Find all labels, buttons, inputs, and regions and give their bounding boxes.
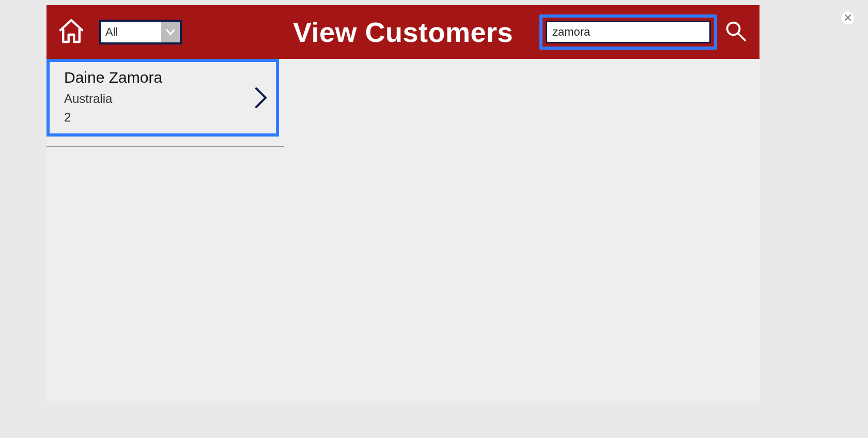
page-title: View Customers xyxy=(293,16,513,48)
customer-card-text: Daine Zamora Australia 2 xyxy=(64,69,162,127)
app-frame: All View Customers xyxy=(47,5,760,403)
filter-select[interactable]: All xyxy=(99,20,182,44)
customer-country: Australia xyxy=(64,89,162,108)
search-button[interactable] xyxy=(721,18,750,47)
chevron-down-icon xyxy=(161,22,180,42)
chevron-right-icon xyxy=(253,86,269,109)
customer-count: 2 xyxy=(64,108,162,127)
customer-result-card[interactable]: Daine Zamora Australia 2 xyxy=(47,59,279,137)
home-icon xyxy=(57,17,86,48)
svg-line-1 xyxy=(738,34,746,41)
search-area xyxy=(539,14,750,50)
home-button[interactable] xyxy=(56,17,87,48)
filter-select-label: All xyxy=(101,22,161,42)
search-icon xyxy=(723,19,748,46)
customer-name: Daine Zamora xyxy=(64,69,162,86)
search-highlight xyxy=(539,14,717,50)
close-icon xyxy=(845,13,851,23)
search-input[interactable] xyxy=(546,21,711,43)
content-area: Daine Zamora Australia 2 xyxy=(47,59,760,403)
window-close-button[interactable] xyxy=(841,11,855,25)
top-bar: All View Customers xyxy=(47,5,760,59)
row-divider xyxy=(47,146,284,147)
